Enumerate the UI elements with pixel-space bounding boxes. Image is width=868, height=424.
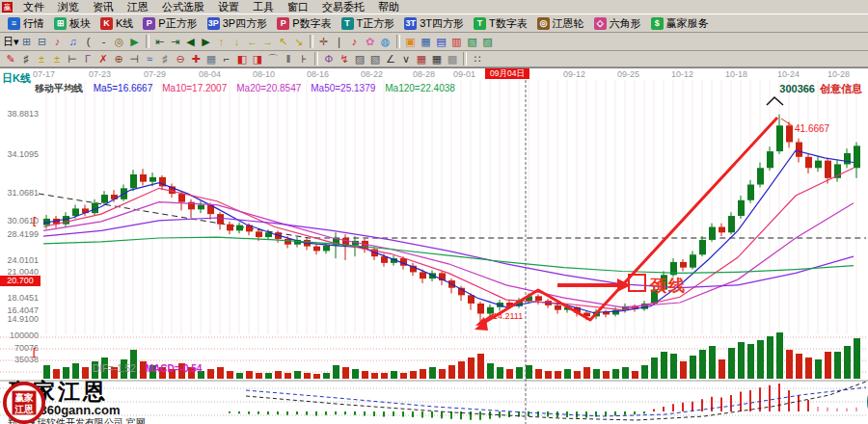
last-bar-icon[interactable]: ⇥ (168, 35, 183, 49)
grid-gray-icon[interactable]: ▩ (445, 52, 460, 66)
toolbutton-3[interactable]: PP正方形 (138, 15, 202, 31)
app-window: 赢 文件浏览资讯江恩公式选股设置工具窗口交易委托帮助 ≡行情⊞板块KK线PP正方… (0, 0, 868, 424)
toolbutton-1[interactable]: ⊞板块 (49, 15, 95, 31)
tick-tool-icon[interactable]: ⊦ (296, 52, 312, 66)
toolbutton-6[interactable]: TT正方形 (337, 15, 400, 31)
note-blue-icon[interactable]: ♫ (66, 35, 81, 49)
line-left-icon[interactable]: ⊢ (65, 52, 80, 66)
ellipse-tool-icon[interactable]: ⊖ (173, 52, 188, 66)
line-right-icon[interactable]: ⊣ (126, 52, 142, 66)
move-tool-icon[interactable]: ✛ (316, 35, 332, 49)
panel-orange-icon[interactable]: ▣ (403, 35, 419, 49)
pane-icon[interactable]: ⊟ (35, 35, 50, 49)
signal-marker: [ (33, 347, 37, 358)
minus-icon[interactable]: - (96, 35, 112, 49)
next-bar-icon[interactable]: ▶ (199, 35, 214, 49)
plugin-1-icon[interactable]: ▧ (465, 35, 480, 49)
toolbutton-8[interactable]: TT数字表 (469, 15, 532, 31)
save-blue-icon[interactable]: ▤ (434, 35, 449, 49)
main-toolbar: ≡行情⊞板块KK线PP正方形3P3P四方形PP数字表TT正方形3T3T四方形TT… (0, 13, 868, 33)
plugin-2-icon[interactable]: ▨ (480, 35, 496, 49)
shade-2-icon[interactable]: ▧ (367, 52, 383, 66)
calculator-icon[interactable]: ▦ (419, 35, 434, 49)
grid-black-icon[interactable]: ▦ (429, 52, 445, 66)
delete-line-icon[interactable]: ✗ (95, 52, 111, 66)
square-tool-icon[interactable]: ▦ (203, 52, 219, 66)
menu-item-9[interactable]: 帮助 (371, 0, 406, 13)
toolbutton-10[interactable]: ◇六角形 (589, 15, 646, 31)
menu-item-6[interactable]: 工具 (246, 0, 281, 13)
channel-tool-icon[interactable]: ‖ (281, 52, 296, 66)
signal-marker: [ (33, 216, 37, 226)
flower-icon[interactable]: ✿ (363, 35, 378, 49)
toolbutton-2[interactable]: KK线 (95, 15, 138, 31)
toolbutton-icon-0: ≡ (8, 17, 20, 30)
menu-item-0[interactable]: 文件 (16, 0, 51, 13)
hash-icon[interactable]: ♯ (18, 52, 34, 66)
cursor-line-icon[interactable]: ❘ (332, 35, 347, 49)
ma-value-4: Ma120=22.4038 (385, 83, 455, 93)
shrink-icon[interactable]: ↘ (291, 35, 307, 49)
cross-tool-icon[interactable]: ✚ (188, 52, 203, 66)
dots-tool-icon[interactable]: ∷ (470, 52, 485, 66)
chart-area[interactable]: 颈线14.211141.6667[[ 日K线 07-1707-2307-2908… (0, 67, 868, 424)
first-bar-icon[interactable]: ⇤ (152, 35, 168, 49)
box-red-1-icon[interactable]: ◧ (234, 52, 250, 66)
arc-tool-icon[interactable]: ⌒ (265, 52, 281, 66)
pencil-icon[interactable]: ✎ (3, 52, 18, 66)
toolbutton-icon-11: $ (651, 17, 664, 30)
grid-red-icon[interactable]: ▦ (414, 52, 429, 66)
menu-item-5[interactable]: 设置 (211, 0, 246, 13)
menu-item-3[interactable]: 江恩 (121, 0, 155, 13)
period-day-icon[interactable]: 日▾ (3, 35, 19, 49)
lightning-tool-icon[interactable]: ↯ (337, 52, 352, 66)
sound-icon[interactable]: ♪ (347, 35, 363, 49)
grid-tool-icon[interactable]: ♯ (157, 52, 173, 66)
menu-item-1[interactable]: 浏览 (51, 0, 86, 13)
toolbar-separator (310, 35, 313, 48)
scroll-right-icon[interactable]: → (260, 35, 276, 49)
chart-colors-icon[interactable]: ▶ (127, 35, 143, 49)
toolbutton-4[interactable]: 3P3P四方形 (203, 15, 272, 31)
expand-icon[interactable]: ↖ (276, 35, 291, 49)
corner-tool-icon[interactable]: ⌐ (219, 52, 234, 66)
save-red-icon[interactable]: ▥ (449, 35, 465, 49)
low-price-annotation: 14.2111 (493, 311, 523, 321)
gann-fan-1-icon[interactable]: ± (34, 52, 49, 66)
zoom-down-icon[interactable]: ↓ (230, 35, 245, 49)
shade-1-icon[interactable]: ▨ (352, 52, 367, 66)
menu-item-7[interactable]: 窗口 (281, 0, 315, 13)
golden-tool-icon[interactable]: Φ (321, 52, 337, 66)
toolbutton-7[interactable]: 3T3T四方形 (399, 15, 469, 31)
toolbutton-9[interactable]: ◎江恩轮 (532, 15, 589, 31)
scroll-left-icon[interactable]: ← (245, 35, 260, 49)
toolbutton-icon-9: ◎ (537, 17, 550, 30)
paren-icon[interactable]: ( (81, 35, 96, 49)
menu-item-8[interactable]: 交易委托 (315, 0, 371, 13)
note-red-icon[interactable]: ♪ (50, 35, 66, 49)
toolbutton-11[interactable]: $赢家服务 (646, 15, 714, 31)
toolbutton-label-0: 行情 (23, 16, 44, 31)
toolbutton-icon-7: 3T (404, 17, 417, 30)
wave-tool-icon[interactable]: ≈ (142, 52, 157, 66)
globe-icon[interactable]: ◍ (378, 35, 393, 49)
toolbutton-label-10: 六角形 (610, 16, 641, 31)
time-highlight: 09月04日 (485, 68, 529, 79)
grid-icon[interactable]: ⊞ (19, 35, 35, 49)
circle-tool-icon[interactable]: ⊕ (111, 52, 126, 66)
bell-icon[interactable]: ◎ (112, 35, 127, 49)
macd-label: DIF=-1.52MACD=-0.54 (93, 363, 202, 374)
zoom-up-icon[interactable]: ↑ (214, 35, 230, 49)
toolbutton-icon-8: T (474, 17, 486, 30)
icon-toolbar-1: 日▾⊞⊟♪♫(-◎▶⇤⇥◀▶↑↓←→↖↘✛❘♪✿◍▣▦▤▥▧▨ (0, 33, 868, 51)
toolbutton-0[interactable]: ≡行情 (3, 15, 49, 31)
box-red-2-icon[interactable]: ◨ (250, 52, 265, 66)
angle-line-icon[interactable]: ∠ (383, 52, 398, 66)
angle-tool-icon[interactable]: Γ (80, 52, 95, 66)
menu-item-2[interactable]: 资讯 (86, 0, 121, 13)
menu-item-4[interactable]: 公式选股 (155, 0, 211, 13)
check-line-icon[interactable]: ∨ (398, 52, 414, 66)
gann-fan-2-icon[interactable]: ± (49, 52, 65, 66)
prev-bar-icon[interactable]: ◀ (183, 35, 199, 49)
toolbutton-5[interactable]: PP数字表 (272, 15, 336, 31)
